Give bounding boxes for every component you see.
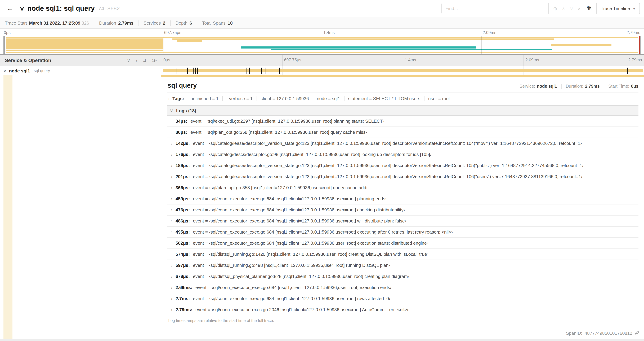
- summary-value: 10: [228, 20, 233, 26]
- log-event-tick: [187, 68, 188, 74]
- collapse-one-icon[interactable]: ∨: [127, 58, 130, 63]
- deep-link-icon[interactable]: [635, 331, 639, 335]
- span-row-name-cell[interactable]: ∨ node sql1 sql query: [0, 66, 161, 75]
- log-row[interactable]: ›366μs:event = ‹sql/plan_opt.go:358 [nsq…: [167, 182, 638, 193]
- log-time: 80μs:: [176, 130, 187, 135]
- minimap-tick-labels: 0μs 697.75μs 1.4ms 2.09ms 2.79ms: [4, 29, 640, 36]
- log-row[interactable]: ›495μs:event = ‹sql/conn_executor_exec.g…: [167, 227, 638, 238]
- log-event-tick: [262, 68, 262, 74]
- log-time: 476μs:: [176, 207, 190, 212]
- log-row[interactable]: ›597μs:event = ‹sql/distsql_running.go:4…: [167, 260, 638, 271]
- back-button[interactable]: ←: [4, 3, 16, 14]
- chevron-right-icon: ›: [171, 252, 172, 257]
- find-prev-icon[interactable]: ∧: [562, 6, 565, 11]
- minimap-canvas[interactable]: [4, 36, 640, 54]
- log-row[interactable]: ›486μs:event = ‹sql/conn_executor_exec.g…: [167, 216, 638, 227]
- log-time: 176μs:: [176, 152, 190, 157]
- timeline-tick-label: 1.4ms: [403, 58, 416, 62]
- summary-label: Total Spans: [202, 20, 226, 26]
- summary-total-spans: Total Spans 10: [197, 20, 233, 26]
- span-detail-header: sql query Service:node sql1 Duration:2.7…: [167, 79, 638, 93]
- summary-value-ms: .326: [80, 20, 89, 26]
- log-row[interactable]: ›678μs:event = ‹sql/distsql_physical_pla…: [167, 271, 638, 282]
- log-text: event = ‹sql/conn_executor_exec.go:684 […: [193, 196, 387, 201]
- log-row[interactable]: ›176μs:event = ‹sql/catalog/descs/descri…: [167, 149, 638, 160]
- log-text: event = ‹sql/distsql_running.go:1420 [ns…: [193, 252, 428, 257]
- minimap-tick-label: 697.75μs: [163, 30, 181, 35]
- meta-value: 0μs: [631, 84, 638, 89]
- log-row[interactable]: ›476μs:event = ‹sql/conn_executor_exec.g…: [167, 204, 638, 216]
- chevron-right-icon: ›: [171, 263, 172, 268]
- horizontal-scrollbar[interactable]: [0, 339, 644, 341]
- minimap-gridline: [322, 36, 322, 54]
- log-text: event = ‹sql/plan_opt.go:358 [nsql1,clie…: [190, 130, 367, 135]
- log-row[interactable]: ›574μs:event = ‹sql/distsql_running.go:1…: [167, 249, 638, 260]
- log-row[interactable]: ›189μs:event = ‹sql/catalog/lease/descri…: [167, 160, 638, 171]
- chevron-down-icon: ∨: [170, 108, 174, 113]
- expand-all-icon[interactable]: ≫: [152, 58, 157, 63]
- log-row[interactable]: ›2.69ms:event = ‹sql/conn_executor_exec.…: [167, 282, 638, 293]
- span-detail-title: sql query: [168, 82, 197, 89]
- span-row-timeline-cell[interactable]: [161, 66, 644, 75]
- minimap-span: [6, 44, 164, 46]
- log-row[interactable]: ›142μs:event = ‹sql/catalog/lease/descri…: [167, 138, 638, 149]
- logs-header[interactable]: ∨ Logs (18): [167, 105, 638, 116]
- log-text: event = ‹sql/plan_opt.go:358 [nsql1,clie…: [193, 185, 368, 190]
- log-event-tick: [248, 68, 248, 74]
- tags-row[interactable]: › Tags: _unfinished = 1 _verbose = 1 cli…: [167, 93, 638, 105]
- summary-value: March 31 2022, 17:25:09: [29, 20, 80, 26]
- viewport-left-handle[interactable]: [4, 36, 4, 54]
- span-detail-meta: Service:node sql1 Duration:2.79ms Start …: [520, 84, 638, 89]
- chevron-right-icon: ›: [171, 296, 172, 301]
- minimap-span: [6, 48, 164, 49]
- trace-collapse-chevron-icon[interactable]: ∨: [20, 5, 24, 12]
- log-text: event = ‹sql/conn_executor_exec.go:2046 …: [196, 307, 408, 312]
- timeline-header-ticks: 0μs 697.75μs 1.4ms 2.09ms 2.79ms: [161, 55, 644, 66]
- span-row: ∨ node sql1 sql query: [0, 66, 644, 75]
- summary-label: Duration: [99, 20, 116, 26]
- expand-one-icon[interactable]: ›: [136, 58, 137, 63]
- timeline-tick-label: 2.09ms: [523, 58, 539, 62]
- collapse-all-icon[interactable]: ⇊: [143, 58, 147, 63]
- span-collapse-chevron-icon[interactable]: ∨: [3, 69, 7, 73]
- log-row[interactable]: ›34μs:event = ‹sql/exec_util.go:2297 [ns…: [167, 116, 638, 127]
- chevron-right-icon: ›: [171, 130, 172, 135]
- minimap-gridline: [163, 36, 163, 54]
- minimap-tick-label: 2.09ms: [481, 30, 496, 35]
- log-row[interactable]: ›459μs:event = ‹sql/conn_executor_exec.g…: [167, 193, 638, 204]
- log-text: event = ‹sql/distsql_physical_planner.go…: [193, 274, 409, 279]
- find-next-icon[interactable]: ∨: [570, 6, 573, 11]
- log-event-tick: [197, 68, 198, 74]
- log-row[interactable]: ›201μs:event = ‹sql/catalog/lease/descri…: [167, 171, 638, 182]
- summary-label: Depth: [175, 20, 187, 26]
- minimap-span: [6, 39, 164, 40]
- chevron-right-icon: ›: [171, 307, 172, 312]
- log-row[interactable]: ›2.7ms:event = ‹sql/conn_executor_exec.g…: [167, 293, 638, 304]
- logs-section: ∨ Logs (18) ›34μs:event = ‹sql/exec_util…: [167, 105, 638, 323]
- meta-label: Service:: [520, 84, 535, 89]
- meta-value: 2.79ms: [585, 84, 600, 89]
- span-detail-column: sql query Service:node sql1 Duration:2.7…: [161, 75, 644, 341]
- logs-note: Log timestamps are relative to the start…: [167, 315, 638, 323]
- minimap-span: [6, 40, 164, 42]
- keyboard-shortcuts-button[interactable]: ⌘: [586, 5, 592, 12]
- log-time: 459μs:: [176, 196, 190, 201]
- log-row[interactable]: ›502μs:event = ‹sql/conn_executor_exec.g…: [167, 238, 638, 249]
- find-zoom-icon[interactable]: ⊕: [553, 6, 557, 11]
- log-row[interactable]: ›2.79ms:event = ‹sql/conn_executor_exec.…: [167, 304, 638, 315]
- log-event-tick: [266, 68, 266, 74]
- log-time: 189μs:: [176, 163, 190, 168]
- chevron-right-icon: ›: [171, 230, 172, 234]
- find-controls: ⊕ ∧ ∨ ×: [553, 6, 581, 11]
- log-text: event = ‹sql/conn_executor_exec.go:684 […: [193, 296, 390, 301]
- find-clear-icon[interactable]: ×: [578, 6, 580, 11]
- log-event-tick: [168, 68, 169, 74]
- viewport-right-handle[interactable]: [639, 36, 640, 54]
- service-color-strip: [4, 75, 12, 341]
- timeline-header-row: Service & Operation ∨ › ⇊ ≫ 0μs 697.75μs…: [0, 55, 644, 66]
- log-time: 574μs:: [176, 252, 190, 257]
- log-row[interactable]: ›80μs:event = ‹sql/plan_opt.go:358 [nsql…: [167, 127, 638, 138]
- trace-view-selector[interactable]: Trace Timeline ∨: [596, 3, 640, 14]
- chevron-right-icon: ›: [171, 119, 172, 124]
- find-input[interactable]: [442, 3, 549, 14]
